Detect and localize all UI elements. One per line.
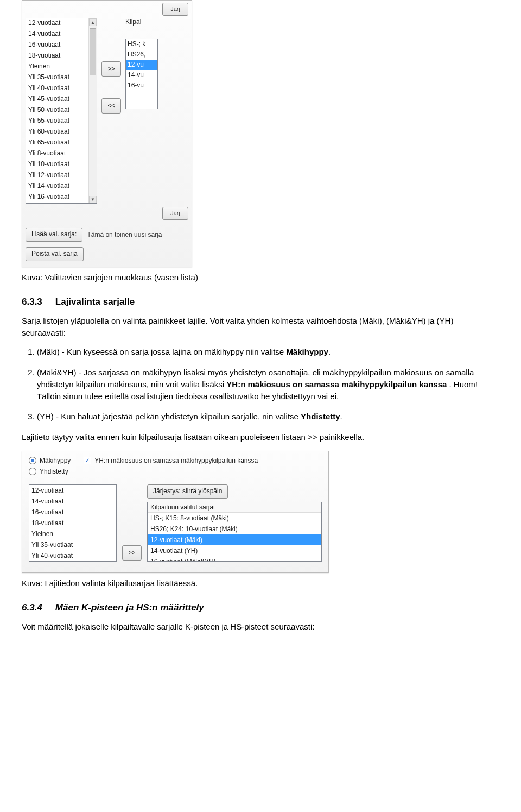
list-item[interactable]: 12-vu [126, 60, 157, 70]
list-item[interactable]: Yli 35-vuotiaat [26, 72, 89, 83]
radio-yhdistetty[interactable] [29, 468, 36, 475]
scroll-thumb[interactable] [90, 28, 96, 75]
list-item: (Mäki&YH) - Jos sarjassa on mäkihypyn li… [37, 367, 499, 402]
checkbox-yh-samassa-label: YH:n mäkiosuus on samassa mäkihyppykilpa… [94, 457, 258, 464]
list-item[interactable]: Yli 14-vuotiaat [26, 180, 89, 191]
list-item[interactable]: 14-vuotiaat [29, 496, 116, 507]
available-series-listbox-2[interactable]: 12-vuotiaat14-vuotiaat16-vuotiaat18-vuot… [29, 484, 117, 562]
section-633-number: 6.3.3 [22, 297, 42, 307]
section-633-title: Lajivalinta sarjalle [55, 297, 135, 307]
section-634-title: Mäen K-pisteen ja HS:n määrittely [55, 602, 204, 613]
list-item[interactable]: Yli 12-vuotiaat [26, 169, 89, 180]
list-item[interactable]: 12-vuotiaat [26, 18, 89, 28]
selected-series-listbox-2[interactable]: Kilpailuun valitut sarjat HS-; K15: 8-vu… [147, 502, 322, 562]
figure-caption-1: Kuva: Valittavien sarjojen muokkaus (vas… [22, 272, 499, 284]
para-intro: Sarja listojen yläpuolella on valinta pa… [22, 315, 499, 339]
list-item[interactable]: 12-vuotiaat (Mäki) [148, 534, 321, 545]
numbered-list: (Mäki) - Kun kyseessä on sarja jossa laj… [37, 346, 499, 423]
screenshot-edit-series: Järj 12-vuotiaat14-vuotiaat16-vuotiaat18… [22, 0, 192, 267]
list-item[interactable]: 18-vuotiaat [29, 518, 116, 528]
list-item[interactable]: 12-vuotiaat [29, 485, 116, 496]
list-item[interactable]: 16-vuotiaat (Mäki&YH) [148, 556, 321, 562]
list-item[interactable]: Yli 18-vuotiaat [26, 202, 89, 204]
list-item[interactable]: HS26; K24: 10-vuotiaat (Mäki) [148, 524, 321, 534]
section-634-heading: 6.3.4Mäen K-pisteen ja HS:n määrittely [22, 602, 499, 613]
add-series-text: Tämä on toinen uusi sarja [87, 231, 162, 238]
list-item[interactable]: Yleinen [29, 528, 116, 539]
order-up-button[interactable]: Järjestys: siirrä ylöspäin [147, 484, 228, 499]
right-list-header: Kilpai [125, 18, 141, 26]
figure-caption-2: Kuva: Lajitiedon valinta kilpailusarjaa … [22, 577, 499, 589]
section-634-number: 6.3.4 [22, 602, 42, 613]
radio-makihyppy-label: Mäkihyppy [40, 457, 71, 464]
screenshot-lajivalinta: Mäkihyppy YH:n mäkiosuus on samassa mäki… [22, 451, 329, 573]
remove-series-button[interactable]: Poista val. sarja [26, 247, 84, 261]
move-right-button[interactable]: >> [101, 61, 121, 77]
list-item[interactable]: Yli 55-vuotiaat [26, 115, 89, 126]
list-item[interactable]: 16-vu [126, 80, 157, 91]
list-item[interactable]: 14-vu [126, 70, 157, 80]
list-item[interactable]: 14-vuotiaat (YH) [148, 545, 321, 556]
scroll-up-icon[interactable]: ▲ [89, 18, 97, 26]
available-series-listbox[interactable]: 12-vuotiaat14-vuotiaat16-vuotiaat18-vuot… [26, 18, 97, 204]
list-item[interactable]: Yli 60-vuotiaat [26, 126, 89, 137]
list-item[interactable]: Yli 16-vuotiaat [26, 191, 89, 202]
list-item[interactable]: Yli 10-vuotiaat [26, 159, 89, 169]
checkbox-yh-samassa[interactable] [84, 457, 91, 464]
list-item[interactable]: Yli 35-vuotiaat [29, 539, 116, 550]
list-item[interactable]: Yli 40-vuotiaat [29, 550, 116, 561]
selected-series-listbox[interactable]: HS-; kHS26,12-vu14-vu16-vu [125, 39, 158, 109]
radio-makihyppy[interactable] [29, 457, 36, 464]
list-item: (YH) - Kun haluat järjestää pelkän yhdis… [37, 411, 499, 423]
list-item[interactable]: 16-vuotiaat [26, 39, 89, 50]
list-item[interactable]: 14-vuotiaat [26, 28, 89, 39]
list-item[interactable]: HS-; k [126, 39, 157, 49]
list-item[interactable]: Yli 50-vuotiaat [26, 104, 89, 115]
list-item[interactable]: Yli 45-vuotiaat [26, 93, 89, 104]
divider [29, 480, 322, 480]
list-item[interactable]: Yli 40-vuotiaat [26, 83, 89, 93]
radio-yhdistetty-label: Yhdistetty [40, 468, 68, 475]
scroll-down-icon[interactable]: ▼ [89, 196, 97, 203]
list-item[interactable]: Yli 65-vuotiaat [26, 137, 89, 148]
list-item[interactable]: HS26, [126, 49, 157, 60]
selected-series-header: Kilpailuun valitut sarjat [148, 502, 321, 513]
list-item[interactable]: HS-; K15: 8-vuotiaat (Mäki) [148, 513, 321, 524]
order-button-top[interactable]: Järj [162, 3, 188, 16]
move-right-button-2[interactable]: >> [122, 545, 142, 561]
para-note: Lajitieto täytyy valita ennen kuin kilpa… [22, 431, 499, 443]
list-item[interactable]: Yli 8-vuotiaat [26, 148, 89, 159]
para-634: Voit määritellä jokaiselle kilpailtavall… [22, 621, 499, 633]
scrollbar[interactable]: ▲ ▼ [88, 18, 97, 203]
list-item: (Mäki) - Kun kyseessä on sarja jossa laj… [37, 346, 499, 358]
add-series-button[interactable]: Lisää val. sarja: [26, 228, 82, 242]
list-item[interactable]: 18-vuotiaat [26, 50, 89, 61]
section-633-heading: 6.3.3Lajivalinta sarjalle [22, 297, 499, 307]
order-button-bottom[interactable]: Järj [162, 207, 188, 220]
list-item[interactable]: 16-vuotiaat [29, 507, 116, 518]
move-left-button[interactable]: << [101, 98, 121, 114]
list-item[interactable]: Yleinen [26, 61, 89, 72]
